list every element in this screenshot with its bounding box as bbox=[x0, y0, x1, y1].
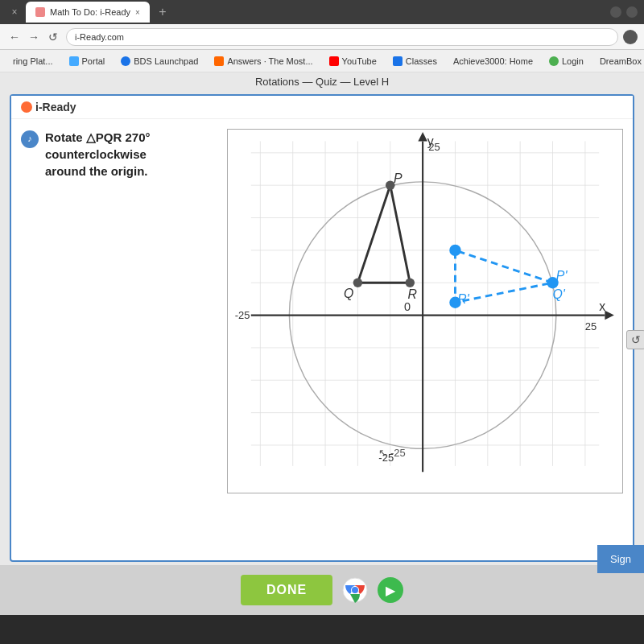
nav-controls: ← → ↺ bbox=[6, 29, 61, 45]
bookmark-login-label: Login bbox=[562, 56, 584, 66]
nav-bar: ← → ↺ i-Ready.com bbox=[0, 24, 644, 50]
bottom-arrow: ↖ -25 bbox=[378, 447, 405, 459]
r-label: R bbox=[407, 287, 416, 301]
done-area: DONE ▶ bbox=[0, 565, 644, 615]
content-area: Rotations — Quiz — Level H i-Ready ♪ bbox=[0, 72, 644, 615]
bookmark-classes-label: Classes bbox=[406, 56, 437, 66]
main-content: ♪ Rotate △PQR 270° counterclockwise arou… bbox=[11, 119, 633, 560]
x-min-label: -25 bbox=[235, 309, 250, 321]
bookmark-achieve[interactable]: Achieve3000: Home bbox=[447, 55, 539, 68]
play-btn[interactable]: ▶ bbox=[378, 577, 403, 603]
bookmark-bds-label: BDS Launchpad bbox=[134, 56, 198, 66]
bookmark-achieve-label: Achieve3000: Home bbox=[453, 56, 533, 66]
svg-rect-0 bbox=[228, 130, 622, 489]
bookmark-answers-label: Answers · The Most... bbox=[227, 56, 312, 66]
bottom-taskbar bbox=[0, 615, 644, 644]
zero-label: 0 bbox=[404, 300, 411, 313]
page-subtitle: Rotations — Quiz — Level H bbox=[0, 72, 644, 91]
tab-title: Math To Do: i-Ready bbox=[50, 7, 130, 17]
address-text: i-Ready.com bbox=[75, 32, 124, 42]
profile-icon[interactable] bbox=[623, 30, 638, 44]
question-line1: Rotate △PQR 270° counterclockwise bbox=[45, 130, 151, 161]
bookmark-answers[interactable]: Answers · The Most... bbox=[208, 55, 319, 68]
audio-btn[interactable]: ♪ bbox=[21, 130, 39, 148]
done-button[interactable]: DONE bbox=[241, 575, 332, 605]
window-close-btn[interactable]: × bbox=[6, 4, 23, 20]
coordinate-graph[interactable]: x y 0 -25 25 25 -25 bbox=[228, 130, 622, 489]
browser-icon-1 bbox=[610, 6, 621, 18]
graph-wrapper: x y 0 -25 25 25 -25 bbox=[227, 129, 623, 551]
sign-button[interactable]: Sign bbox=[597, 545, 644, 573]
iready-logo: i-Ready bbox=[21, 101, 76, 114]
question-panel: ♪ Rotate △PQR 270° counterclockwise arou… bbox=[21, 129, 214, 551]
classes-icon bbox=[393, 56, 402, 66]
question-text: ♪ Rotate △PQR 270° counterclockwise arou… bbox=[21, 129, 214, 180]
bookmark-bds[interactable]: BDS Launchpad bbox=[114, 55, 204, 68]
svg-point-38 bbox=[352, 587, 358, 593]
r-prime-label: R' bbox=[457, 292, 469, 306]
back-btn[interactable]: ← bbox=[6, 29, 23, 45]
reset-btn[interactable]: ↺ bbox=[626, 330, 644, 349]
bookmark-login[interactable]: Login bbox=[543, 55, 590, 68]
active-tab[interactable]: Math To Do: i-Ready × bbox=[26, 2, 150, 23]
bookmark-youtube[interactable]: YouTube bbox=[323, 55, 383, 68]
bookmark-classes[interactable]: Classes bbox=[386, 55, 444, 68]
answers-icon bbox=[214, 56, 224, 66]
bookmark-dreambox[interactable]: DreamBox Learning... bbox=[593, 55, 644, 68]
svg-point-29 bbox=[353, 278, 363, 287]
forward-btn[interactable]: → bbox=[26, 29, 42, 45]
bookmark-dreambox-label: DreamBox Learning... bbox=[600, 56, 644, 66]
new-tab-btn[interactable]: + bbox=[153, 2, 172, 22]
bookmark-portal[interactable]: Portal bbox=[63, 55, 112, 68]
address-bar[interactable]: i-Ready.com bbox=[66, 28, 618, 46]
iready-dot bbox=[21, 101, 32, 113]
graph-panel[interactable]: x y 0 -25 25 25 -25 bbox=[227, 129, 623, 493]
question-line2: around the origin. bbox=[45, 164, 148, 178]
bds-icon bbox=[121, 56, 130, 66]
p-prime-label: P' bbox=[556, 269, 568, 283]
q-prime-label: Q' bbox=[553, 287, 566, 301]
svg-point-30 bbox=[406, 278, 415, 287]
login-icon bbox=[549, 56, 559, 66]
portal-icon bbox=[69, 56, 79, 66]
p-label: P bbox=[394, 171, 402, 185]
tab-close-btn[interactable]: × bbox=[135, 8, 140, 17]
audio-icon-symbol: ♪ bbox=[27, 133, 32, 145]
iready-container: i-Ready ♪ Rotate △PQR 270° counterclockw… bbox=[10, 94, 634, 562]
bookmark-portal-label: Portal bbox=[82, 56, 105, 66]
x-max-label: 25 bbox=[585, 320, 597, 332]
iready-header: i-Ready bbox=[11, 96, 633, 119]
bookmarks-bar: ring Plat... Portal BDS Launchpad Answer… bbox=[0, 50, 644, 72]
q-label: Q bbox=[344, 287, 353, 300]
browser-frame: × Math To Do: i-Ready × + ← → ↺ i-Ready.… bbox=[0, 0, 644, 644]
svg-point-33 bbox=[449, 245, 460, 256]
reload-btn[interactable]: ↺ bbox=[45, 29, 61, 45]
bookmark-ring-label: ring Plat... bbox=[13, 56, 53, 66]
tab-favicon bbox=[35, 7, 45, 17]
chrome-icon bbox=[342, 577, 368, 603]
tab-bar: × Math To Do: i-Ready × + bbox=[0, 0, 644, 24]
x-axis-label: x bbox=[599, 299, 605, 313]
bookmark-youtube-label: YouTube bbox=[342, 56, 377, 66]
browser-icon-2 bbox=[626, 6, 638, 18]
youtube-icon bbox=[329, 56, 339, 66]
y-max-label: 25 bbox=[428, 141, 440, 153]
question-content: Rotate △PQR 270° counterclockwise around… bbox=[45, 129, 214, 180]
bookmark-ring[interactable]: ring Plat... bbox=[6, 55, 60, 68]
iready-logo-text: i-Ready bbox=[35, 101, 76, 114]
